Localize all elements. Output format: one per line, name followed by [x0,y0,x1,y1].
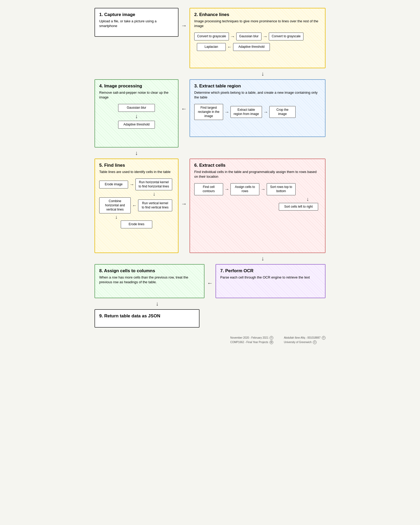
s5-row1: Erode image → Run horizontal kernel to f… [99,178,174,190]
s3-box2: Extract table region from image [230,106,262,118]
s2-box2: Gaussian blur [236,33,261,40]
arrow-s1-s2: → [181,22,187,29]
s6-box4: Sort cells left to right [279,203,318,211]
footer-left: November 2020 - February 2021 ⊙ COMP1662… [230,335,273,344]
s5-box5: Erode lines [121,220,152,228]
section-2: 2. Enhance lines Image processing techni… [190,8,326,68]
s4-title: 4. Image processing [99,83,174,89]
s3-arr1: → [224,110,229,114]
s5-desc: Table lines are used to identify cells i… [99,170,174,174]
arrows-row4-row5: ↓ [94,298,326,309]
s3-box1: Find largest rectangle in the image [194,104,223,120]
s2-flow-row1: Convert to grayscale → Gaussian blur → C… [194,33,321,40]
s2-box1: Convert to grayscale [194,33,229,40]
s6-flow: Find cell contours → Assign cells to row… [194,183,321,211]
row-4: 8. Assign cells to columns When a row ha… [94,264,326,298]
s6-arr1: → [224,187,229,192]
arrow-s7-s8: ← [207,280,213,287]
calendar-icon: ⊙ [270,336,273,340]
footer-date: November 2020 - February 2021 [230,335,268,340]
s3-flow: Find largest rectangle in the image → Ex… [194,104,321,120]
arrow-s6-s7: ↓ [200,255,326,262]
s3-flow-row1: Find largest rectangle in the image → Ex… [194,104,321,120]
s3-arr2: → [263,110,268,114]
footer-name: Abdullah Ibne Afiq - 001018887 [284,335,321,340]
s5-row3: Erode lines [99,220,174,228]
course-icon: ⊞ [270,340,273,344]
footer-course: COMP1662 - Final Year Projects [230,340,268,344]
section-3: 3. Extract table region Determine which … [190,79,326,137]
diagram: 1. Capture image Upload a file, or take … [94,8,326,344]
s2-box5: Adaptive threshold [233,43,270,51]
s5-arr1: → [129,182,134,187]
s1-desc: Upload a file, or take a picture using a… [99,19,174,28]
s6-title: 6. Extract cells [194,163,321,168]
s3-desc: Determine which pixels belong to a table… [194,90,321,100]
s6-box1: Find cell contours [194,183,223,195]
section-9: 9. Return table data as JSON [94,309,200,328]
s5-box2: Run horizontal kernel to find horizontal… [135,178,172,190]
s4-box2: Adaptive threshold [118,121,155,129]
section-6: 6. Extract cells Find individual cells i… [190,159,326,253]
arrow-s8-s9: ↓ [94,300,220,307]
footer-right: Abdullah Ibne Afiq - 001018887 ⊙ Univers… [284,335,326,344]
s2-arr3: ← [227,45,232,49]
s2-title: 2. Enhance lines [194,12,321,17]
section-8: 8. Assign cells to columns When a row ha… [94,264,204,298]
s5-flow: Erode image → Run horizontal kernel to f… [99,178,174,228]
s6-desc: Find individual cells in the table and p… [194,170,321,179]
s6-arr2: → [261,187,265,192]
s6-box3: Sort rows top to bottom [267,183,296,195]
arrows-row1-row2: ↓ [94,68,326,79]
s6-box2: Assign cells to rows [230,183,259,195]
arrow-s4-s5: ↓ [94,150,178,156]
arrows-row3-row4: ↓ [94,253,326,264]
s8-desc: When a row has more cells than the previ… [99,275,200,285]
arrow-s5-s6: → [181,201,187,207]
s6-row1: Find cell contours → Assign cells to row… [194,183,321,195]
s7-title: 7. Perform OCR [220,268,321,274]
s2-arr2: → [263,34,267,39]
section-4: 4. Image processing Remove salt-and-pepp… [94,79,178,148]
s9-title: 9. Return table data as JSON [99,313,195,319]
s5-arr2: ← [132,203,137,208]
s6-row2: Sort cells left to right [194,203,318,211]
row-3: 5. Find lines Table lines are used to id… [94,159,326,253]
arrows-row2-row3: ↓ [94,148,326,159]
footer: November 2020 - February 2021 ⊙ COMP1662… [94,335,326,344]
s3-box3: Crop the image [269,106,296,118]
section-5: 5. Find lines Table lines are used to id… [94,159,178,253]
footer-university: University of Greenwich [284,340,312,344]
arrow-s2-s3: ↓ [200,70,326,77]
s5-row2: Combine horizontal and vertical lines ← … [99,197,174,213]
s5-box1: Erode image [99,181,128,188]
row-5: 9. Return table data as JSON [94,309,326,328]
section-7: 7. Perform OCR Parse each cell through t… [216,264,326,298]
s2-arr1: → [230,34,235,39]
s5-box3: Combine horizontal and vertical lines [99,197,131,213]
s4-box1: Gaussian blur [118,104,155,112]
s3-title: 3. Extract table region [194,83,321,89]
uni-icon: ⊙ [313,340,317,344]
s2-box3: Convert to grayscale [269,33,303,40]
s7-desc: Parse each cell through the OCR engine t… [220,275,321,280]
row-1: 1. Capture image Upload a file, or take … [94,8,326,68]
s1-title: 1. Capture image [99,12,174,17]
s2-flow-row2: Laplacian ← Adaptive threshold [197,43,321,51]
s2-box4: Laplacian [197,43,226,51]
s4-arr1: ↓ [135,113,138,120]
s2-desc: Image processing techniques to give more… [194,19,321,28]
s5-box4: Run vertical kernel to find vertical lin… [138,200,172,211]
s4-desc: Remove salt-and-pepper noise to clear up… [99,90,174,100]
person-icon: ⊙ [322,336,326,340]
s4-flow: Gaussian blur ↓ Adaptive threshold [99,104,174,128]
s5-title: 5. Find lines [99,163,174,168]
arrow-s3-s4: ← [181,106,187,112]
s8-title: 8. Assign cells to columns [99,268,200,274]
s2-flow: Convert to grayscale → Gaussian blur → C… [194,33,321,51]
row-2: 4. Image processing Remove salt-and-pepp… [94,79,326,148]
section-1: 1. Capture image Upload a file, or take … [94,8,178,37]
